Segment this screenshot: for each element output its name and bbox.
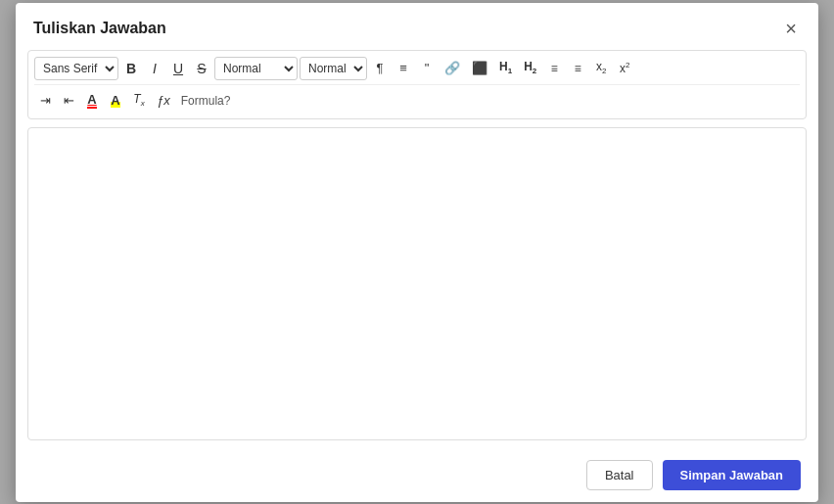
h2-icon: H2 [524,60,536,75]
formula-label: Formula? [177,92,235,110]
toolbar: Sans Serif B I U S Normal Heading 1 Head… [27,50,807,119]
clear-format-icon: Tx [133,92,144,108]
indent-in-icon: ⇥ [40,93,51,108]
subscript-icon: x2 [596,60,606,75]
align-left-icon: ≡ [399,61,407,75]
paragraph-icon: ¶ [377,61,384,75]
ordered-list-button[interactable]: ≡ [543,57,565,80]
highlight-icon: A [111,93,119,108]
cancel-button[interactable]: Batal [586,460,653,490]
modal-footer: Batal Simpan Jawaban [16,448,818,502]
ul-icon: ≡ [575,62,581,75]
unordered-list-button[interactable]: ≡ [567,57,588,80]
toolbar-row-2: ⇥ ⇤ A A Tx ƒ [34,84,800,115]
font-family-select[interactable]: Sans Serif [34,57,118,80]
quote-icon: " [425,61,430,75]
strikethrough-button[interactable]: S [191,57,212,80]
image-button[interactable]: ⬛ [467,57,492,80]
italic-button[interactable]: I [144,57,165,80]
link-button[interactable]: 🔗 [440,57,465,80]
indent-out-button[interactable]: ⇤ [58,89,79,113]
align-left-button[interactable]: ≡ [393,57,414,80]
paragraph-button[interactable]: ¶ [369,57,391,80]
modal-dialog: Tuliskan Jawaban × Sans Serif B I U S [16,3,818,502]
quote-button[interactable]: " [416,57,438,80]
ol-icon: ≡ [551,62,558,75]
h1-icon: H1 [499,60,512,75]
answer-editor[interactable] [27,127,807,440]
image-icon: ⬛ [472,61,487,75]
heading-select[interactable]: Normal Heading 1 Heading 2 Heading 3 [214,57,298,80]
subscript-button[interactable]: x2 [590,57,612,80]
h1-button[interactable]: H1 [494,57,517,80]
font-size-select[interactable]: Normal Small Large [300,57,367,80]
indent-in-button[interactable]: ⇥ [34,89,56,113]
bold-button[interactable]: B [120,57,142,80]
clear-format-button[interactable]: Tx [128,89,150,113]
highlight-button[interactable]: A [105,89,126,113]
link-icon: 🔗 [444,61,460,75]
underline-button[interactable]: U [167,57,189,80]
formula-icon: ƒx [157,93,170,108]
text-color-icon: A [87,92,96,109]
superscript-icon: x2 [620,61,629,75]
modal-overlay: Tuliskan Jawaban × Sans Serif B I U S [0,0,834,504]
modal-title: Tuliskan Jawaban [33,20,166,37]
superscript-button[interactable]: x2 [614,57,635,80]
close-button[interactable]: × [781,17,801,40]
save-button[interactable]: Simpan Jawaban [663,460,801,490]
formula-button[interactable]: ƒx [152,89,175,113]
h2-button[interactable]: H2 [519,57,541,80]
modal-header: Tuliskan Jawaban × [16,3,818,50]
indent-out-icon: ⇤ [64,93,74,108]
toolbar-row-1: Sans Serif B I U S Normal Heading 1 Head… [34,55,800,82]
text-color-button[interactable]: A [81,89,103,113]
